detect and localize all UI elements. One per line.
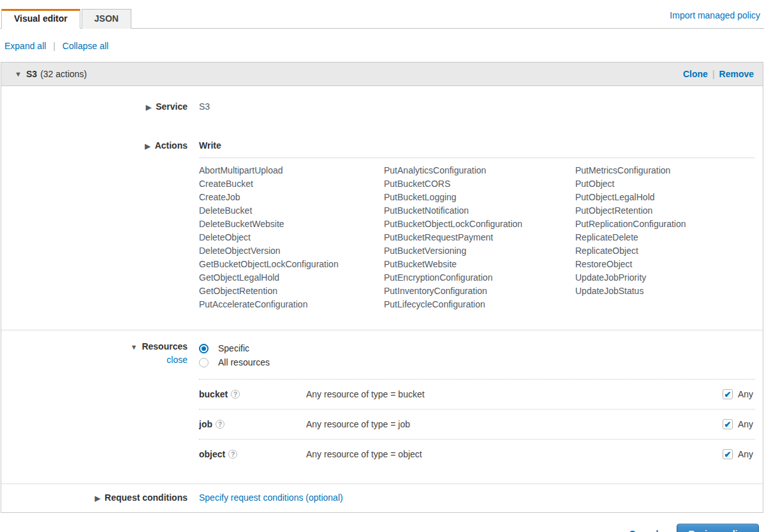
section-actions-count: (32 actions) (40, 69, 87, 79)
request-conditions-row: ▶Request conditions Specify request cond… (1, 484, 763, 512)
check-icon: ✔ (724, 390, 731, 399)
action-item: DeleteBucketWebsite (199, 218, 384, 231)
resources-label: Resources (142, 341, 187, 351)
action-item: UpdateJobStatus (575, 284, 755, 298)
specify-request-conditions-link[interactable]: Specify request conditions (optional) (199, 492, 343, 503)
divider: | (712, 69, 715, 79)
radio-specific-label: Specific (218, 343, 249, 353)
action-item: AbortMultipartUpload (199, 164, 384, 177)
resource-table: bucket?Any resource of type = bucket✔Any… (199, 379, 755, 469)
cancel-button[interactable]: Cancel (629, 529, 658, 532)
resources-row: ▼Resources close Specific All resources … (1, 341, 763, 484)
action-item: PutBucketNotification (384, 204, 575, 218)
action-item: GetObjectLegalHold (199, 271, 384, 284)
checkbox-checked-icon[interactable]: ✔ (723, 419, 733, 429)
any-checkbox[interactable]: ✔Any (723, 449, 755, 459)
service-value: S3 (187, 101, 763, 112)
action-item: RestoreObject (575, 258, 755, 271)
radio-all-resources-label: All resources (218, 357, 270, 367)
action-item: PutBucketLogging (384, 191, 575, 204)
tab-bar: Visual editor JSON Import managed policy (0, 0, 764, 29)
action-item: CreateJob (199, 191, 384, 204)
action-item: PutBucketRequestPayment (384, 231, 575, 244)
collapse-section-arrow-icon[interactable]: ▼ (15, 70, 26, 78)
s3-section-header[interactable]: ▼ S3 (32 actions) Clone | Remove (1, 63, 763, 86)
request-conditions-expand-arrow-icon[interactable]: ▶ (95, 494, 100, 503)
any-checkbox[interactable]: ✔Any (723, 389, 755, 399)
collapse-all-link[interactable]: Collapse all (62, 41, 108, 51)
resource-row: bucket?Any resource of type = bucket✔Any (199, 379, 755, 409)
action-item: PutInventoryConfiguration (384, 284, 575, 298)
checkbox-checked-icon[interactable]: ✔ (723, 389, 733, 399)
request-conditions-label: Request conditions (105, 492, 187, 503)
section-title: S3 (26, 69, 37, 79)
actions-label: Actions (155, 140, 187, 151)
checkbox-checked-icon[interactable]: ✔ (723, 449, 733, 459)
tab-json[interactable]: JSON (82, 9, 131, 29)
radio-specific[interactable]: Specific (199, 341, 755, 355)
service-expand-arrow-icon[interactable]: ▶ (146, 103, 151, 112)
actions-column: PutMetricsConfigurationPutObjectPutObjec… (575, 164, 755, 311)
any-label: Any (738, 449, 753, 459)
resource-description: Any resource of type = job (306, 419, 723, 429)
help-icon[interactable]: ? (228, 450, 237, 459)
actions-group-header: Write (199, 140, 755, 158)
resource-type-name: object (199, 449, 225, 459)
tab-visual-editor[interactable]: Visual editor (1, 9, 80, 29)
action-item: PutObject (575, 177, 755, 191)
spacer (199, 469, 755, 484)
radio-all-resources[interactable]: All resources (199, 355, 755, 369)
actions-expand-arrow-icon[interactable]: ▶ (145, 142, 150, 151)
action-item: PutMetricsConfiguration (575, 164, 755, 177)
actions-column: PutAnalyticsConfigurationPutBucketCORSPu… (384, 164, 575, 311)
service-row: ▶Service S3 (1, 101, 763, 112)
resources-collapse-arrow-icon[interactable]: ▼ (131, 343, 138, 351)
action-item: DeleteObject (199, 231, 384, 244)
action-item: GetObjectRetention (199, 284, 384, 298)
action-item: ReplicateDelete (575, 231, 755, 244)
action-item: PutObjectLegalHold (575, 191, 755, 204)
expand-collapse-row: Expand all | Collapse all (0, 29, 764, 62)
action-item: PutBucketObjectLockConfiguration (384, 218, 575, 231)
check-icon: ✔ (724, 450, 731, 459)
tab-json-label: JSON (94, 13, 119, 24)
panel-body: ▶Service S3 ▶Actions Write AbortMultipar… (1, 101, 763, 512)
action-item: GetBucketObjectLockConfiguration (199, 258, 384, 271)
actions-row: ▶Actions Write AbortMultipartUploadCreat… (1, 140, 763, 311)
divider (1, 330, 763, 330)
clone-button[interactable]: Clone (683, 69, 708, 79)
expand-all-link[interactable]: Expand all (4, 41, 46, 51)
any-label: Any (738, 419, 753, 429)
action-item: PutBucketWebsite (384, 258, 575, 271)
actions-grid: AbortMultipartUploadCreateBucketCreateJo… (199, 158, 755, 311)
action-item: PutReplicationConfiguration (575, 218, 755, 231)
radio-selected-icon[interactable] (199, 344, 209, 353)
policy-statement-panel: ▼ S3 (32 actions) Clone | Remove ▶Servic… (1, 62, 763, 513)
import-managed-policy-link[interactable]: Import managed policy (670, 10, 760, 20)
divider: | (53, 41, 55, 51)
action-item: DeleteBucket (199, 204, 384, 218)
resources-close-link[interactable]: close (1, 355, 187, 365)
action-item: CreateBucket (199, 177, 384, 191)
action-item: UpdateJobPriority (575, 271, 755, 284)
radio-unselected-icon[interactable] (199, 358, 209, 367)
action-item: PutEncryptionConfiguration (384, 271, 575, 284)
action-item: PutBucketVersioning (384, 244, 575, 258)
help-icon[interactable]: ? (231, 390, 240, 399)
check-icon: ✔ (724, 420, 731, 429)
action-item: PutBucketCORS (384, 177, 575, 191)
remove-button[interactable]: Remove (719, 69, 754, 79)
action-item: PutObjectRetention (575, 204, 755, 218)
help-icon[interactable]: ? (216, 420, 224, 429)
footer-action-bar: Cancel Review policy (0, 513, 764, 532)
action-item: PutAccelerateConfiguration (199, 298, 384, 311)
any-label: Any (738, 389, 753, 399)
review-policy-button[interactable]: Review policy (677, 524, 759, 532)
action-item: PutLifecycleConfiguration (384, 298, 575, 311)
resource-description: Any resource of type = bucket (306, 389, 723, 399)
action-item: PutAnalyticsConfiguration (384, 164, 575, 177)
actions-column: AbortMultipartUploadCreateBucketCreateJo… (199, 164, 384, 311)
any-checkbox[interactable]: ✔Any (723, 419, 755, 429)
service-label: Service (156, 101, 187, 112)
resource-type-name: job (199, 419, 212, 429)
